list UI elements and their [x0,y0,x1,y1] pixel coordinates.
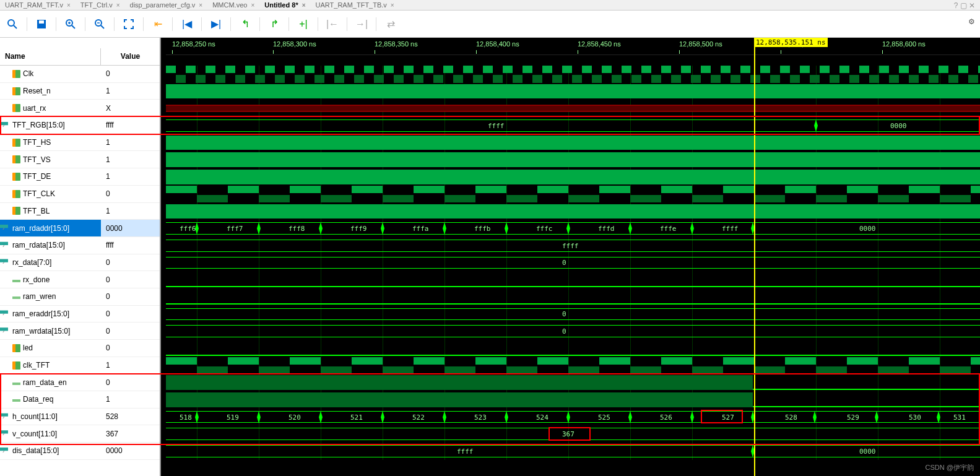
signal-row[interactable]: ›rx_data[7:0]0 [0,254,160,272]
tab[interactable]: TFT_Ctrl.v× [76,0,125,11]
signal-name: rx_data[7:0] [12,258,51,267]
prev-transition-icon[interactable]: |◀ [178,15,196,33]
signal-value: 1 [101,168,160,185]
signal-row[interactable]: TFT_CLK0 [0,186,160,203]
save-icon[interactable] [33,15,50,33]
waveform-lane[interactable] [166,66,980,83]
prev-edge-icon[interactable]: ↰ [236,15,254,33]
waveform-lane[interactable]: fff6fff7fff8fff9fffafffbfffcfffdfffeffff… [166,220,980,237]
cursor-line[interactable] [754,38,755,476]
next-marker-icon[interactable]: →| [353,15,370,33]
signal-row[interactable]: ›ram_rdata[15:0]ffff [0,237,160,254]
signal-value: 1 [101,83,160,100]
waveform-lane[interactable] [166,288,980,306]
tab[interactable]: disp_parameter_cfg.v× [125,0,208,11]
tab[interactable]: UART_RAM_TFT.v× [0,0,76,11]
signal-name: ram_wrdata[15:0] [12,327,70,335]
separator [85,17,85,31]
signal-row[interactable]: ›h_count[11:0]528 [0,409,160,426]
next-edge-icon[interactable]: ↱ [266,15,283,33]
signal-row[interactable]: TFT_VS1 [0,151,160,168]
signal-row[interactable]: TFT_HS1 [0,134,160,152]
signal-row[interactable]: ›TFT_RGB[15:0]ffff [0,117,160,134]
prev-marker-icon[interactable]: |← [324,15,341,33]
signal-row[interactable]: Data_req1 [0,391,160,409]
waveform-lane[interactable]: ffff0000 [166,443,980,460]
signal-row[interactable]: ram_data_en0 [0,374,160,391]
waveform-lane[interactable]: 0 [166,254,980,272]
signal-row[interactable]: ›dis_data[15:0]0000 [0,443,160,460]
tab[interactable]: UART_RAM_TFT_TB.v× [311,0,399,11]
separator [347,17,347,31]
waveform-lane[interactable] [166,168,980,186]
waveform-lane[interactable] [166,271,980,288]
signal-row[interactable]: Clk0 [0,66,160,83]
swap-icon[interactable]: ⇄ [382,15,399,33]
splitter[interactable] [161,38,166,476]
value-header[interactable]: Value [101,48,160,65]
waveform-lane[interactable]: 0 [166,322,980,340]
time-ruler[interactable]: 12,858,250 ns12,858,300 ns12,858,350 ns1… [166,38,980,55]
signal-panel: Name Value Clk0Reset_n1uart_rxX›TFT_RGB[… [0,38,161,476]
close-icon[interactable]: × [391,0,394,11]
signal-row[interactable]: Reset_n1 [0,83,160,100]
signal-row[interactable]: TFT_BL1 [0,203,160,220]
separator [230,17,231,31]
waveform-lane[interactable] [166,151,980,168]
signal-value: 367 [101,425,160,442]
add-marker-icon[interactable]: +| [295,15,312,33]
bus-value: ffff [722,225,739,233]
signal-value: 1 [101,357,160,374]
waveform-lane[interactable]: ffff [166,237,980,254]
signal-row[interactable]: uart_rxX [0,100,160,117]
separator [318,17,318,31]
bus-value: ffff [488,121,505,129]
close-icon[interactable]: × [251,0,254,11]
waveform-lane[interactable] [166,83,980,100]
signal-row[interactable]: rx_done0 [0,271,160,288]
next-transition-icon[interactable]: ▶| [207,15,225,33]
signal-icon [12,399,20,402]
signal-row[interactable]: ›ram_rdaddr[15:0]0000 [0,220,160,237]
waveform-area[interactable]: 12,858,535.151 ns 12,858,250 ns12,858,30… [166,38,980,476]
signal-value: 0 [101,66,160,82]
waveform-lane[interactable] [166,186,980,203]
waveform-lane[interactable]: 0 [166,306,980,323]
close-icon[interactable]: × [67,0,71,11]
zoom-in-icon[interactable] [62,15,79,33]
signal-row[interactable]: clk_TFT1 [0,357,160,374]
waveform-lane[interactable]: 5185195205215225235245255265275285295305… [166,409,980,426]
separator [56,17,56,31]
signal-rows: Clk0Reset_n1uart_rxX›TFT_RGB[15:0]ffffTF… [0,66,160,460]
bus-value: 525 [598,413,610,421]
waveform-lane[interactable] [166,357,980,374]
tab[interactable]: MMCM.veo× [207,0,259,11]
window-controls[interactable]: ? ▢ ✕ [954,1,975,10]
signal-name: uart_rx [23,104,46,113]
waveform-lane[interactable] [166,391,980,409]
zoom-out-icon[interactable] [91,15,108,33]
signal-row[interactable]: ›v_count[11:0]367 [0,425,160,443]
waveform-lane[interactable] [166,340,980,357]
signal-row[interactable]: ram_wren0 [0,288,160,306]
signal-row[interactable]: led0 [0,340,160,357]
search-icon[interactable] [4,15,21,33]
waveform-lane[interactable] [166,374,980,391]
goto-cursor-icon[interactable]: ⇤ [149,15,167,33]
waveform-lane[interactable] [166,203,980,220]
name-header[interactable]: Name [0,48,101,65]
tab[interactable]: Untitled 8*× [259,0,310,11]
close-icon[interactable]: × [199,0,202,11]
signal-row[interactable]: TFT_DE1 [0,168,160,186]
waveform-lane[interactable] [166,100,980,117]
waveform-lane[interactable] [166,134,980,152]
waveform-lane[interactable]: ffff0000 [166,117,980,134]
waveform-lane[interactable]: 367 [166,425,980,443]
zoom-fit-icon[interactable] [120,15,137,33]
signal-icon [12,296,20,299]
close-icon[interactable]: × [302,0,306,11]
signal-row[interactable]: ›ram_wrdata[15:0]0 [0,322,160,340]
signal-row[interactable]: ›ram_eraddr[15:0]0 [0,306,160,323]
close-icon[interactable]: × [116,0,120,11]
gear-icon[interactable]: ⚙ [968,17,975,26]
